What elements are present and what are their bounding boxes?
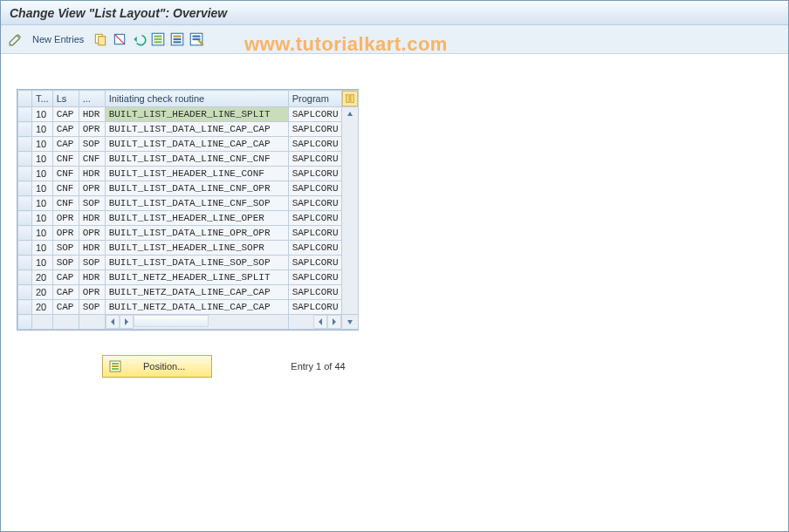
row-selector[interactable] (18, 152, 32, 167)
cell-sub[interactable]: OPR (79, 122, 105, 137)
cell-ls[interactable]: CAP (52, 300, 79, 315)
position-button[interactable]: Position... (102, 355, 212, 378)
cell-ls[interactable]: CAP (52, 107, 79, 122)
row-selector[interactable] (18, 107, 32, 122)
cell-sub[interactable]: HDR (79, 211, 105, 226)
cell-program[interactable]: SAPLCORU (288, 226, 342, 241)
row-selector[interactable] (18, 181, 32, 196)
row-selector[interactable] (18, 241, 32, 256)
cell-routine[interactable]: BUILT_LIST_HEADER_LINE_SOPR (105, 241, 288, 256)
table-row[interactable]: 10CNFHDRBUILT_LIST_HEADER_LINE_CONFSAPLC… (18, 167, 359, 181)
cell-ls[interactable]: SOP (52, 241, 79, 256)
col-select[interactable] (18, 91, 32, 107)
cell-type[interactable]: 10 (32, 107, 53, 122)
undo-change-icon[interactable] (131, 31, 147, 47)
table-row[interactable]: 10CNFOPRBUILT_LIST_DATA_LINE_CNF_OPRSAPL… (18, 181, 359, 196)
table-row[interactable]: 10CAPSOPBUILT_LIST_DATA_LINE_CAP_CAPSAPL… (18, 137, 359, 152)
col-sub[interactable]: ... (79, 91, 105, 107)
new-entries-button[interactable]: New Entries (32, 34, 84, 44)
cell-program[interactable]: SAPLCORU (288, 270, 342, 285)
cell-sub[interactable]: SOP (79, 196, 105, 211)
cell-ls[interactable]: OPR (52, 211, 79, 226)
cell-routine[interactable]: BUILT_LIST_DATA_LINE_CAP_CAP (105, 122, 288, 137)
scroll-left-icon[interactable] (313, 315, 327, 329)
cell-type[interactable]: 10 (32, 211, 53, 226)
cell-sub[interactable]: OPR (79, 181, 105, 196)
cell-program[interactable]: SAPLCORU (288, 241, 342, 256)
cell-routine[interactable]: BUILT_NETZ_DATA_LINE_CAP_CAP (105, 285, 288, 300)
scroll-up-icon[interactable] (342, 107, 358, 121)
delete-icon[interactable] (112, 31, 127, 47)
cell-routine[interactable]: BUILT_LIST_DATA_LINE_SOP_SOP (105, 256, 288, 270)
table-row[interactable]: 20CAPSOPBUILT_NETZ_DATA_LINE_CAP_CAPSAPL… (18, 300, 359, 315)
row-selector[interactable] (18, 270, 32, 285)
table-row[interactable]: 10CAPOPRBUILT_LIST_DATA_LINE_CAP_CAPSAPL… (18, 122, 359, 137)
scroll-left-icon[interactable] (106, 315, 120, 329)
cell-sub[interactable]: HDR (79, 107, 105, 122)
row-selector[interactable] (18, 285, 32, 300)
cell-sub[interactable]: SOP (79, 256, 105, 270)
cell-program[interactable]: SAPLCORU (288, 167, 342, 181)
table-row[interactable]: 10CNFCNFBUILT_LIST_DATA_LINE_CNF_CNFSAPL… (18, 152, 359, 167)
table-row[interactable]: 10SOPSOPBUILT_LIST_DATA_LINE_SOP_SOPSAPL… (18, 256, 359, 270)
copy-as-icon[interactable] (93, 31, 108, 47)
cell-type[interactable]: 10 (32, 181, 53, 196)
cell-type[interactable]: 10 (32, 152, 53, 167)
cell-type[interactable]: 10 (32, 137, 53, 152)
cell-type[interactable]: 10 (32, 167, 53, 181)
cell-routine[interactable]: BUILT_LIST_DATA_LINE_OPR_OPR (105, 226, 288, 241)
cell-routine[interactable]: BUILT_LIST_DATA_LINE_CAP_CAP (105, 137, 288, 152)
cell-ls[interactable]: SOP (52, 256, 79, 270)
cell-program[interactable]: SAPLCORU (288, 211, 342, 226)
select-all-icon[interactable] (150, 31, 166, 47)
cell-routine[interactable]: BUILT_LIST_DATA_LINE_CNF_OPR (105, 181, 288, 196)
cell-program[interactable]: SAPLCORU (288, 122, 342, 137)
cell-sub[interactable]: CNF (79, 152, 105, 167)
table-row[interactable]: 10CNFSOPBUILT_LIST_DATA_LINE_CNF_SOPSAPL… (18, 196, 359, 211)
cell-program[interactable]: SAPLCORU (288, 181, 342, 196)
cell-ls[interactable]: CAP (52, 137, 79, 152)
table-row[interactable]: 20CAPHDRBUILT_NETZ_HEADER_LINE_SPLITSAPL… (18, 270, 359, 285)
cell-sub[interactable]: OPR (79, 226, 105, 241)
cell-routine[interactable]: BUILT_LIST_HEADER_LINE_CONF (105, 167, 288, 181)
table-row[interactable]: 10OPRHDRBUILT_LIST_HEADER_LINE_OPERSAPLC… (18, 211, 359, 226)
row-selector[interactable] (18, 196, 32, 211)
col-ls[interactable]: Ls (52, 91, 79, 107)
cell-ls[interactable]: CNF (52, 167, 79, 181)
cell-routine[interactable]: BUILT_NETZ_DATA_LINE_CAP_CAP (105, 300, 288, 315)
scroll-thumb[interactable] (134, 315, 209, 327)
scroll-right-icon[interactable] (327, 315, 341, 329)
cell-ls[interactable]: CNF (52, 152, 79, 167)
deselect-all-icon[interactable] (189, 31, 204, 47)
horizontal-scrollbar[interactable] (18, 315, 359, 330)
cell-routine[interactable]: BUILT_LIST_DATA_LINE_CNF_SOP (105, 196, 288, 211)
cell-program[interactable]: SAPLCORU (288, 256, 342, 270)
row-selector[interactable] (18, 300, 32, 315)
table-row[interactable]: 10CAPHDRBUILT_LIST_HEADER_LINE_SPLITSAPL… (18, 107, 359, 122)
cell-program[interactable]: SAPLCORU (288, 285, 342, 300)
row-selector[interactable] (18, 137, 32, 152)
cell-type[interactable]: 10 (32, 226, 53, 241)
row-selector[interactable] (18, 211, 32, 226)
table-row[interactable]: 10OPROPRBUILT_LIST_DATA_LINE_OPR_OPRSAPL… (18, 226, 359, 241)
row-selector[interactable] (18, 167, 32, 181)
cell-ls[interactable]: OPR (52, 226, 79, 241)
cell-program[interactable]: SAPLCORU (288, 152, 342, 167)
toggle-display-change-icon[interactable] (8, 31, 24, 47)
cell-program[interactable]: SAPLCORU (288, 196, 342, 211)
cell-sub[interactable]: SOP (79, 300, 105, 315)
cell-type[interactable]: 10 (32, 256, 53, 270)
cell-type[interactable]: 20 (32, 300, 53, 315)
col-program[interactable]: Program (288, 91, 342, 107)
table-row[interactable]: 10SOPHDRBUILT_LIST_HEADER_LINE_SOPRSAPLC… (18, 241, 359, 256)
cell-type[interactable]: 10 (32, 241, 53, 256)
row-selector[interactable] (18, 256, 32, 270)
cell-sub[interactable]: HDR (79, 270, 105, 285)
cell-type[interactable]: 10 (32, 122, 53, 137)
cell-sub[interactable]: HDR (79, 167, 105, 181)
cell-routine[interactable]: BUILT_LIST_HEADER_LINE_SPLIT (105, 107, 288, 122)
cell-routine[interactable]: BUILT_LIST_DATA_LINE_CNF_CNF (105, 152, 288, 167)
table-row[interactable]: 20CAPOPRBUILT_NETZ_DATA_LINE_CAP_CAPSAPL… (18, 285, 359, 300)
cell-routine[interactable]: BUILT_LIST_HEADER_LINE_OPER (105, 211, 288, 226)
configure-columns-button[interactable] (342, 91, 359, 107)
